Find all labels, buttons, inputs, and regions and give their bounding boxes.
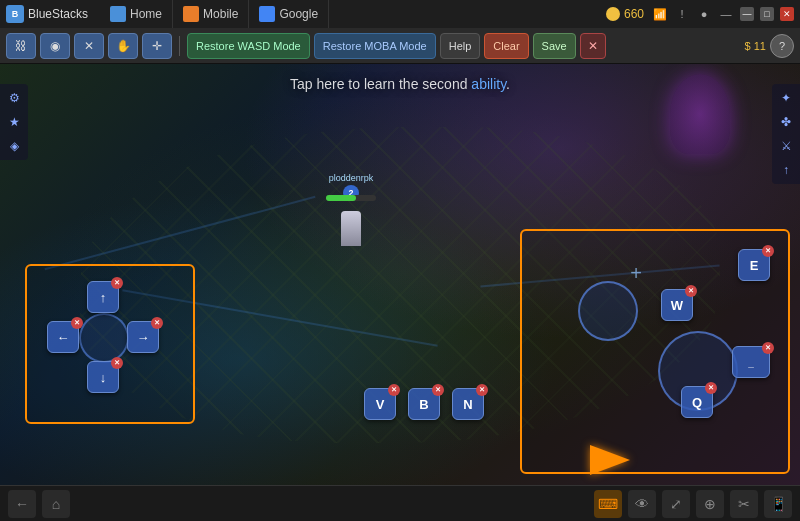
scissors-icon[interactable]: ✂ <box>730 490 758 518</box>
close-button[interactable]: ✕ <box>780 7 794 21</box>
e-key-container: E ✕ <box>738 249 770 281</box>
tab-google[interactable]: Google <box>249 0 329 28</box>
close-editor-button[interactable]: ✕ <box>580 33 606 59</box>
wasd-key-group: ↑ ✕ ← ✕ → ✕ ↓ ✕ <box>25 264 195 424</box>
hint-text-before: Tap here to learn the second <box>290 76 471 92</box>
coin-icon <box>606 7 620 21</box>
toolbar-coins: $ 11 <box>745 40 766 52</box>
remove-up-key[interactable]: ✕ <box>111 277 123 289</box>
remove-space-key[interactable]: ✕ <box>762 342 774 354</box>
sidebar-left-icon-3[interactable]: ◈ <box>4 136 24 156</box>
n-key-container: N ✕ <box>452 388 484 420</box>
alert-icon: ! <box>674 6 690 22</box>
key-left-button[interactable]: ← ✕ <box>47 321 79 353</box>
player-name: ploddenrpk <box>329 173 374 183</box>
key-b-button[interactable]: B ✕ <box>408 388 440 420</box>
remove-w-key[interactable]: ✕ <box>685 285 697 297</box>
key-left-label: ← <box>57 330 70 345</box>
hint-text-after: . <box>506 76 510 92</box>
restore-wasd-button[interactable]: Restore WASD Mode <box>187 33 310 59</box>
remove-down-key[interactable]: ✕ <box>111 357 123 369</box>
toolbar: ⛓ ◉ ✕ ✋ ✛ Restore WASD Mode Restore MOBA… <box>0 28 800 64</box>
b-key-container: B ✕ <box>408 388 440 420</box>
save-button[interactable]: Save <box>533 33 576 59</box>
google-tab-label: Google <box>279 7 318 21</box>
key-right-button[interactable]: → ✕ <box>127 321 159 353</box>
q-key-container: Q ✕ <box>681 386 713 418</box>
bluestacks-logo-icon: B <box>6 5 24 23</box>
character-body: ploddenrpk 2 <box>341 211 361 246</box>
tab-home[interactable]: Home <box>100 0 173 28</box>
sidebar-left: ⚙ ★ ◈ <box>0 84 28 160</box>
key-q-button[interactable]: Q ✕ <box>681 386 713 418</box>
key-n-button[interactable]: N ✕ <box>452 388 484 420</box>
sidebar-left-icon-2[interactable]: ★ <box>4 112 24 132</box>
expand-icon[interactable]: ⤢ <box>662 490 690 518</box>
remove-v-key[interactable]: ✕ <box>388 384 400 396</box>
mobile-tab-icon <box>183 6 199 22</box>
sidebar-right-icon-4[interactable]: ↑ <box>776 160 796 180</box>
clear-button[interactable]: Clear <box>484 33 528 59</box>
toolbar-divider <box>179 36 180 56</box>
key-space-button[interactable]: _ ✕ <box>732 346 770 378</box>
broadcast-tool-button[interactable]: ◉ <box>40 33 70 59</box>
key-up-label: ↑ <box>100 290 107 305</box>
game-area: Tap here to learn the second ability. pl… <box>0 64 800 485</box>
character: ploddenrpk 2 <box>336 211 366 271</box>
link-tool-button[interactable]: ⛓ <box>6 33 36 59</box>
settings-icon[interactable]: — <box>718 6 734 22</box>
touch-tool-button[interactable]: ✋ <box>108 33 138 59</box>
joystick-circle <box>79 313 129 363</box>
google-tab-icon <box>259 6 275 22</box>
remove-left-key[interactable]: ✕ <box>71 317 83 329</box>
toolbar-right: $ 11 ? <box>745 34 794 58</box>
back-button[interactable]: ← <box>8 490 36 518</box>
location-icon[interactable]: ⊕ <box>696 490 724 518</box>
home-nav-button[interactable]: ⌂ <box>42 490 70 518</box>
coin-count: 660 <box>624 7 644 21</box>
help-circle-button[interactable]: ? <box>770 34 794 58</box>
app-logo: B BlueStacks <box>6 5 100 23</box>
key-e-label: E <box>750 258 759 273</box>
sidebar-right: ✦ ✤ ⚔ ↑ <box>772 84 800 184</box>
coins-display: 660 <box>606 7 644 21</box>
key-down-button[interactable]: ↓ ✕ <box>87 361 119 393</box>
key-w-button[interactable]: W ✕ <box>661 289 693 321</box>
key-w-label: W <box>671 298 683 313</box>
remove-right-key[interactable]: ✕ <box>151 317 163 329</box>
remove-b-key[interactable]: ✕ <box>432 384 444 396</box>
tower-purple <box>670 74 730 154</box>
key-n-label: N <box>463 397 472 412</box>
home-tab-label: Home <box>130 7 162 21</box>
key-b-label: B <box>419 397 428 412</box>
key-down-label: ↓ <box>100 370 107 385</box>
w-key-container: W ✕ <box>661 289 693 321</box>
sidebar-left-icon-1[interactable]: ⚙ <box>4 88 24 108</box>
key-v-label: V <box>376 397 385 412</box>
info-icon: ● <box>696 6 712 22</box>
phone-icon[interactable]: 📱 <box>764 490 792 518</box>
key-v-button[interactable]: V ✕ <box>364 388 396 420</box>
maximize-button[interactable]: □ <box>760 7 774 21</box>
add-skill-icon[interactable]: + <box>624 261 648 285</box>
hp-bar-background <box>326 195 376 201</box>
eye-icon[interactable]: 👁 <box>628 490 656 518</box>
help-button[interactable]: Help <box>440 33 481 59</box>
restore-moba-button[interactable]: Restore MOBA Mode <box>314 33 436 59</box>
sidebar-right-icon-1[interactable]: ✦ <box>776 88 796 108</box>
key-e-button[interactable]: E ✕ <box>738 249 770 281</box>
arrow-right-icon <box>590 445 630 475</box>
crosshair-tool-button[interactable]: ✛ <box>142 33 172 59</box>
tab-mobile[interactable]: Mobile <box>173 0 249 28</box>
keyboard-icon[interactable]: ⌨ <box>594 490 622 518</box>
sidebar-right-icon-2[interactable]: ✤ <box>776 112 796 132</box>
remove-e-key[interactable]: ✕ <box>762 245 774 257</box>
minimize-button[interactable]: — <box>740 7 754 21</box>
cursor-tool-button[interactable]: ✕ <box>74 33 104 59</box>
signal-icon: 📶 <box>652 6 668 22</box>
space-key-container: _ ✕ <box>732 346 770 378</box>
key-up-button[interactable]: ↑ ✕ <box>87 281 119 313</box>
remove-q-key[interactable]: ✕ <box>705 382 717 394</box>
remove-n-key[interactable]: ✕ <box>476 384 488 396</box>
sidebar-right-icon-3[interactable]: ⚔ <box>776 136 796 156</box>
